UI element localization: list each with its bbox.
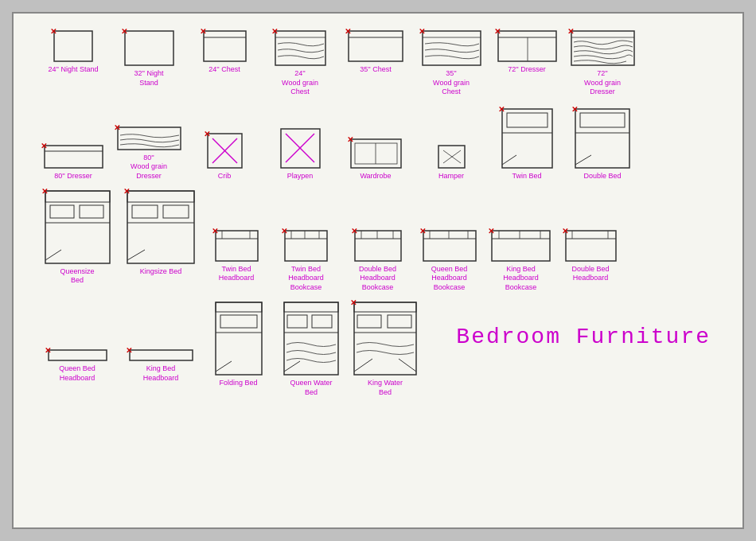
svg-rect-25 (355, 143, 397, 164)
label-chest-35-wood: 35''Wood grainChest (433, 69, 470, 97)
svg-rect-13 (571, 31, 634, 65)
label-chest-24: 24'' Chest (208, 65, 240, 75)
svg-rect-47 (163, 205, 189, 218)
svg-rect-10 (498, 31, 556, 61)
drawing-chest-35-wood (421, 29, 482, 67)
svg-rect-86 (284, 302, 338, 312)
main-panel: ✕ 24'' Night Stand ✕ 32'' NightStand (12, 12, 744, 529)
svg-rect-88 (312, 315, 332, 328)
bedroom-furniture-title: Bedroom Furniture (456, 325, 711, 349)
item-twin-headboard-bookcase: ✕ Twin BedHeadboardBookcase (272, 189, 340, 293)
svg-rect-85 (284, 302, 338, 375)
label-king-headboard-bookcase: King BedHeadboardBookcase (503, 265, 539, 293)
drawing-queensize-bed (44, 189, 111, 265)
drawing-king-water-bed (353, 301, 418, 376)
svg-line-84 (216, 361, 232, 372)
item-dresser-72-wood: ✕ 72''Wood grainDresser (567, 29, 638, 97)
item-twin-headboard: ✕ Twin BedHeadboard (205, 189, 268, 283)
item-folding-bed: Folding Bed (205, 301, 272, 388)
svg-rect-59 (355, 231, 401, 261)
row-3: ✕ QueensizeBed (37, 189, 719, 293)
drawing-twin-bed (501, 107, 554, 169)
svg-rect-94 (388, 315, 411, 328)
label-chest-24-wood: 24''Wood grainChest (282, 69, 318, 97)
item-queen-water-bed: Queen WaterBed (276, 301, 346, 397)
label-queen-water-bed: Queen WaterBed (290, 379, 332, 397)
label-dresser-80-wood: 80''Wood grainDresser (131, 154, 167, 181)
label-dresser-80: 80'' Dresser (54, 172, 92, 181)
item-double-bed: ✕ Double Bed (567, 107, 638, 181)
label-folding-bed: Folding Bed (219, 379, 257, 388)
row-2: ✕ 80'' Dresser ✕ (37, 107, 719, 181)
label-double-bed: Double Bed (583, 172, 621, 181)
drawing-double-headboard (564, 229, 618, 263)
label-chest-35: 35'' Chest (360, 65, 391, 75)
svg-line-97 (399, 359, 416, 372)
label-double-headboard: Double BedHeadboard (571, 265, 609, 283)
label-king-headboard: King BedHeadboard (143, 364, 179, 383)
row-4: ✕ Queen BedHeadboard ✕ King BedHeadboard (37, 301, 719, 397)
svg-rect-34 (575, 109, 629, 168)
item-double-headboard: ✕ Double BedHeadboard (559, 189, 622, 283)
label-double-headboard-bookcase: Double BedHeadboardBookcase (359, 265, 396, 293)
item-queen-headboard: ✕ Queen BedHeadboard (37, 301, 117, 383)
svg-line-43 (45, 250, 61, 260)
drawing-playpen (279, 127, 321, 169)
svg-rect-45 (127, 191, 194, 202)
svg-rect-8 (423, 31, 481, 65)
svg-rect-80 (216, 302, 262, 375)
svg-line-90 (284, 361, 300, 372)
item-dresser-80-wood: ✕ 80''Wood grainDresser (113, 126, 185, 181)
item-wardrobe: ✕ Wardrobe (340, 138, 411, 181)
item-chest-35-wood: ✕ 35''Wood grainChest (415, 29, 487, 97)
svg-line-96 (354, 359, 372, 372)
item-king-water-bed: ✕ King WaterBed (350, 301, 420, 397)
label-night-stand-32: 32'' NightStand (134, 69, 164, 88)
svg-rect-35 (580, 113, 625, 127)
label-king-water-bed: King WaterBed (368, 379, 403, 397)
svg-rect-2 (204, 31, 246, 61)
drawing-twin-headboard (214, 229, 259, 263)
label-queen-headboard-bookcase: Queen BedHeadboardBookcase (431, 265, 468, 293)
label-wardrobe: Wardrobe (360, 172, 391, 181)
item-twin-bed: ✕ Twin Bed (491, 107, 563, 181)
drawing-king-headboard (128, 348, 194, 362)
label-twin-bed: Twin Bed (512, 172, 541, 181)
item-double-headboard-bookcase: ✕ Double BedHeadboardBookcase (344, 189, 411, 293)
svg-rect-79 (130, 350, 193, 360)
svg-rect-31 (507, 113, 548, 127)
drawing-queen-headboard-bookcase (422, 229, 477, 263)
item-chest-35: ✕ 35'' Chest (340, 29, 411, 75)
svg-rect-92 (354, 302, 416, 312)
svg-rect-78 (49, 350, 107, 360)
drawing-double-bed (574, 107, 631, 169)
svg-rect-69 (492, 231, 550, 261)
item-queen-headboard-bookcase: ✕ Queen BedHeadboardBookcase (415, 189, 483, 293)
svg-line-49 (127, 250, 145, 260)
svg-rect-87 (287, 315, 307, 328)
drawing-crib (206, 132, 244, 169)
label-twin-headboard-bookcase: Twin BedHeadboardBookcase (288, 265, 324, 293)
svg-rect-74 (566, 231, 616, 261)
drawing-queen-water-bed (283, 301, 340, 376)
svg-rect-30 (502, 109, 552, 168)
drawing-dresser-72-wood (570, 29, 636, 67)
svg-rect-81 (216, 302, 262, 312)
svg-rect-40 (50, 205, 74, 218)
drawing-dresser-72 (497, 29, 558, 63)
item-king-headboard: ✕ King BedHeadboard (121, 301, 201, 383)
drawing-king-headboard-bookcase (490, 229, 551, 263)
svg-rect-1 (125, 31, 173, 65)
svg-rect-39 (45, 191, 110, 202)
row-1: ✕ 24'' Night Stand ✕ 32'' NightStand (37, 29, 719, 97)
svg-rect-93 (357, 315, 381, 328)
drawing-folding-bed (214, 301, 263, 376)
label-queen-headboard: Queen BedHeadboard (59, 364, 95, 383)
svg-rect-0 (54, 31, 92, 61)
drawing-night-stand-24 (53, 29, 94, 63)
svg-line-37 (575, 155, 591, 165)
item-night-stand-24: ✕ 24'' Night Stand (37, 29, 109, 75)
drawing-chest-24 (202, 29, 247, 63)
drawing-double-headboard-bookcase (353, 229, 403, 263)
item-dresser-72: ✕ 72'' Dresser (491, 29, 563, 75)
